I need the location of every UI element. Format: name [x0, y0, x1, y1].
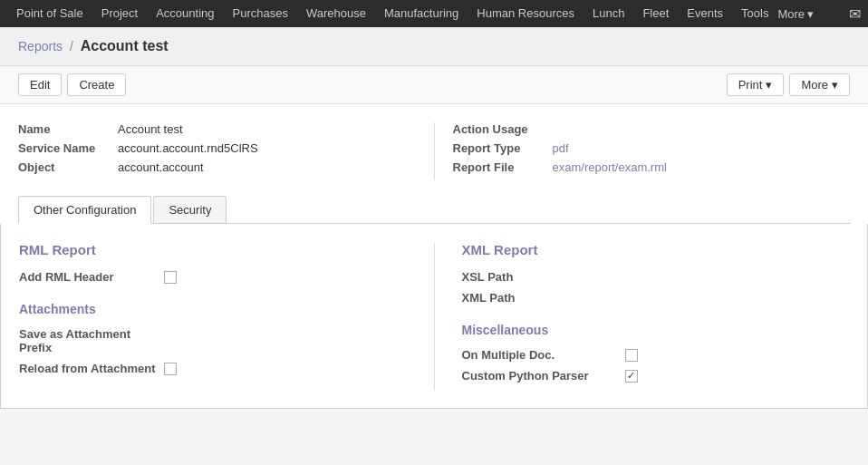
breadcrumb: Reports / Account test [18, 38, 850, 54]
more-actions-chevron-icon: ▾ [832, 78, 838, 92]
tab-section-left: RML Report Add RML Header Attachments Sa… [19, 242, 434, 390]
more-chevron-icon: ▾ [807, 7, 814, 21]
form-area: Name Account test Service Name account.a… [0, 104, 868, 224]
custom-python-parser-label: Custom Python Parser [462, 369, 625, 383]
nav-events[interactable]: Events [678, 0, 732, 27]
nav-warehouse[interactable]: Warehouse [297, 0, 375, 27]
mail-icon[interactable]: ✉ [849, 5, 861, 23]
form-col-right: Action Usage Report Type pdf Report File… [434, 122, 851, 179]
object-label: Object [18, 160, 118, 174]
custom-python-parser-field: Custom Python Parser [462, 369, 850, 383]
on-multiple-doc-label: On Multiple Doc. [462, 348, 625, 362]
tab-other-config[interactable]: Other Configuration [18, 196, 151, 224]
field-action-usage: Action Usage [453, 122, 851, 136]
add-rml-header-label: Add RML Header [19, 270, 164, 284]
nav-pos[interactable]: Point of Sale [7, 0, 92, 27]
service-name-value: account.account.rnd5ClRS [118, 141, 258, 155]
edit-button[interactable]: Edit [18, 73, 62, 96]
page-title: Account test [81, 38, 169, 53]
tabs-container: Other Configuration Security [18, 196, 850, 224]
action-usage-label: Action Usage [453, 122, 553, 136]
misc-title: Miscellaneous [462, 323, 850, 337]
xml-report-title: XML Report [462, 242, 850, 257]
xsl-path-label: XSL Path [462, 270, 625, 284]
custom-python-parser-checkbox[interactable] [625, 370, 638, 383]
report-type-label: Report Type [453, 141, 553, 155]
reload-from-attachment-field: Reload from Attachment [19, 362, 407, 375]
field-report-file: Report File exam/report/exam.rml [453, 160, 851, 174]
nav-more[interactable]: More ▾ [777, 7, 814, 21]
rml-report-title: RML Report [19, 242, 407, 257]
nav-accounting[interactable]: Accounting [147, 0, 223, 27]
print-button[interactable]: Print ▾ [727, 73, 785, 96]
tab-section-right: XML Report XSL Path XML Path Miscellaneo… [434, 242, 850, 390]
breadcrumb-separator: / [70, 39, 73, 53]
page-header: Reports / Account test [0, 27, 868, 66]
xml-path-label: XML Path [462, 291, 625, 305]
name-label: Name [18, 122, 118, 136]
tabs: Other Configuration Security [18, 196, 850, 223]
nav-lunch[interactable]: Lunch [583, 0, 633, 27]
reload-from-attachment-label: Reload from Attachment [19, 362, 164, 375]
save-attachment-prefix-label: Save as Attachment Prefix [19, 327, 164, 354]
print-chevron-icon: ▾ [766, 78, 772, 92]
nav-tools[interactable]: Tools [732, 0, 777, 27]
tab-security[interactable]: Security [153, 196, 227, 223]
create-button[interactable]: Create [67, 73, 126, 96]
field-name: Name Account test [18, 122, 416, 136]
form-fields: Name Account test Service Name account.a… [18, 122, 850, 179]
toolbar: Edit Create Print ▾ More ▾ [0, 66, 868, 104]
field-report-type: Report Type pdf [453, 141, 851, 155]
field-service-name: Service Name account.account.rnd5ClRS [18, 141, 416, 155]
on-multiple-doc-field: On Multiple Doc. [462, 348, 850, 362]
nav-hr[interactable]: Human Resources [468, 0, 583, 27]
nav-fleet[interactable]: Fleet [633, 0, 678, 27]
xsl-path-field: XSL Path [462, 270, 850, 284]
service-name-label: Service Name [18, 141, 118, 155]
nav-project[interactable]: Project [92, 0, 147, 27]
attachments-title: Attachments [19, 302, 407, 316]
save-attachment-prefix-field: Save as Attachment Prefix [19, 327, 407, 354]
breadcrumb-reports-link[interactable]: Reports [18, 39, 63, 53]
add-rml-header-checkbox[interactable] [164, 271, 177, 284]
report-file-label: Report File [453, 160, 553, 174]
on-multiple-doc-checkbox[interactable] [625, 349, 638, 362]
form-col-left: Name Account test Service Name account.a… [18, 122, 434, 179]
tab-sections: RML Report Add RML Header Attachments Sa… [19, 242, 849, 390]
tab-content-other-config: RML Report Add RML Header Attachments Sa… [0, 224, 868, 409]
xml-path-field: XML Path [462, 291, 850, 305]
top-navigation: Point of Sale Project Accounting Purchas… [0, 0, 868, 27]
more-actions-button[interactable]: More ▾ [789, 73, 850, 96]
name-value: Account test [118, 122, 183, 136]
report-file-value[interactable]: exam/report/exam.rml [553, 160, 667, 174]
reload-from-attachment-checkbox[interactable] [164, 363, 177, 375]
object-value: account.account [118, 160, 204, 174]
field-object: Object account.account [18, 160, 416, 174]
report-type-value[interactable]: pdf [553, 141, 569, 155]
nav-manufacturing[interactable]: Manufacturing [375, 0, 468, 27]
nav-purchases[interactable]: Purchases [224, 0, 297, 27]
rml-add-header-field: Add RML Header [19, 270, 407, 284]
